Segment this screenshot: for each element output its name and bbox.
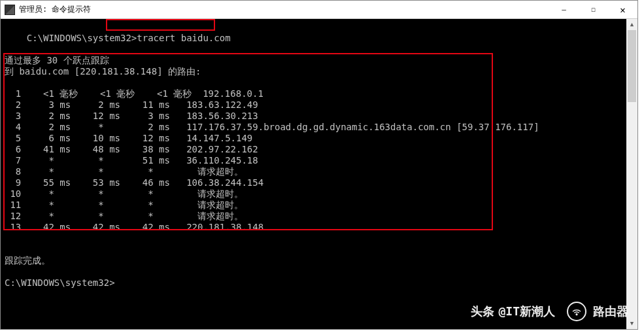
table-row: 5 6 ms 10 ms 12 ms 14.147.5.149: [5, 133, 637, 144]
vertical-scrollbar[interactable]: ▲ ▼: [626, 19, 637, 329]
typed-command: tracert baidu.com: [137, 33, 230, 43]
table-row: 1 <1 毫秒 <1 毫秒 <1 毫秒 192.168.0.1: [5, 88, 637, 99]
table-row: 8 * * * 请求超时。: [5, 166, 637, 177]
table-row: 7 * * 51 ms 36.110.245.18: [5, 155, 637, 166]
table-row: 13 42 ms 42 ms 42 ms 220.181.38.148: [5, 222, 637, 233]
blank-line: [5, 44, 10, 54]
scroll-thumb[interactable]: [628, 30, 636, 102]
console-output[interactable]: C:\WINDOWS\system32>tracert baidu.com 通过…: [1, 19, 637, 329]
table-row: 2 3 ms 2 ms 11 ms 183.63.122.49: [5, 99, 637, 111]
window-title: 管理员: 命令提示符: [19, 4, 549, 15]
minimize-button[interactable]: —: [549, 1, 579, 18]
prompt-path-2: C:\WINDOWS\system32>: [5, 277, 115, 288]
titlebar[interactable]: 管理员: 命令提示符 — ☐ ✕: [1, 1, 637, 19]
table-row: 10 * * * 请求超时。: [5, 188, 637, 200]
blank-line: [5, 77, 10, 88]
scroll-track[interactable]: [626, 30, 637, 318]
maximize-button[interactable]: ☐: [579, 1, 608, 18]
blank-line: [5, 266, 10, 277]
hop-table: 1 <1 毫秒 <1 毫秒 <1 毫秒 192.168.0.1 2 3 ms 2…: [5, 88, 637, 233]
prompt-path: C:\WINDOWS\system32>: [27, 33, 137, 43]
table-row: 3 2 ms 12 ms 3 ms 183.56.30.213: [5, 111, 637, 122]
table-row: 6 41 ms 48 ms 38 ms 202.97.22.162: [5, 144, 637, 155]
intro-line-1: 通过最多 30 个跃点跟踪: [5, 55, 109, 65]
trace-complete: 跟踪完成。: [5, 255, 50, 266]
table-row: 4 2 ms * 2 ms 117.176.37.59.broad.dg.gd.…: [5, 122, 637, 133]
scroll-down-icon[interactable]: ▼: [626, 318, 637, 329]
scroll-up-icon[interactable]: ▲: [626, 19, 637, 30]
command-prompt-window: 管理员: 命令提示符 — ☐ ✕ C:\WINDOWS\system32>tra…: [0, 0, 638, 330]
table-row: 9 55 ms 53 ms 46 ms 106.38.244.154: [5, 177, 637, 188]
window-controls: — ☐ ✕: [549, 1, 637, 18]
close-button[interactable]: ✕: [608, 1, 637, 18]
intro-line-2: 到 baidu.com [220.181.38.148] 的路由:: [5, 66, 201, 77]
table-row: 12 * * * 请求超时。: [5, 211, 637, 222]
table-row: 11 * * * 请求超时。: [5, 200, 637, 211]
cmd-icon: [5, 5, 15, 15]
blank-line: [5, 244, 10, 255]
